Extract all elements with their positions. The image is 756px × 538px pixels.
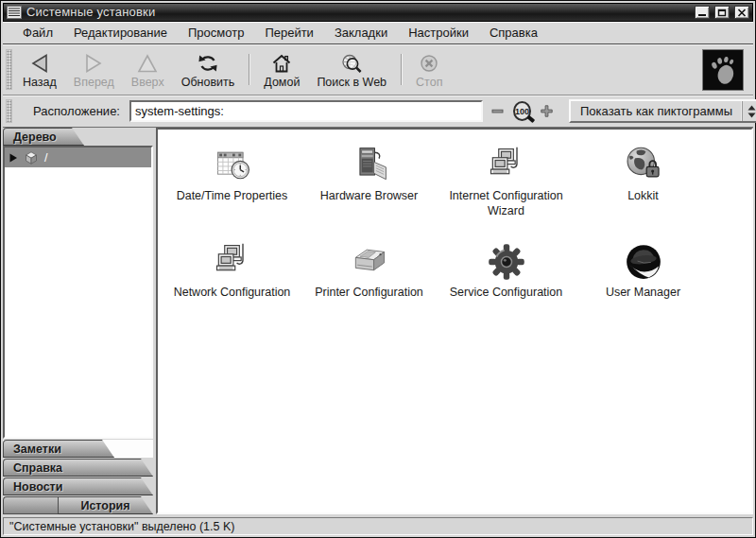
status-text: "Системные установки" выделено (1.5 K) <box>9 520 234 533</box>
sidebar-bottom-tabs: ЗаметкиСправкаНовостиИстория <box>3 439 153 514</box>
sidebar-tab[interactable]: История <box>58 496 153 514</box>
toolbar-button[interactable]: Домой <box>255 46 308 93</box>
sidebar-tab-row: История <box>3 496 153 514</box>
zoom-in-button[interactable] <box>538 104 556 118</box>
tree-panel: / <box>3 146 153 439</box>
sidebar-tab-row: Заметки <box>3 440 153 458</box>
search-web-icon <box>339 53 364 74</box>
desktop-icon-label: Lokkit <box>627 189 659 204</box>
toolbar-button[interactable]: Обновить <box>173 46 244 93</box>
desktop-icon-label: Hardware Browser <box>320 189 419 204</box>
location-bar-grip[interactable] <box>6 99 12 123</box>
toolbar-button-label: Назад <box>23 76 57 89</box>
desktop-icon[interactable]: Lokkit <box>575 137 712 218</box>
forward-icon <box>81 53 106 74</box>
toolbar-separator <box>249 54 249 85</box>
up-icon <box>135 53 160 74</box>
expander-icon <box>9 153 18 163</box>
menu-item[interactable]: Перейти <box>254 23 324 43</box>
menu-item[interactable]: Настройки <box>398 23 479 43</box>
menu-item[interactable]: Просмотр <box>178 23 254 43</box>
maximize-icon <box>717 9 727 17</box>
desktop-icon[interactable]: Internet Configuration Wizard <box>438 137 575 218</box>
globe-lock-icon <box>623 145 664 186</box>
toolbar-button-label: Поиск в Web <box>317 76 387 89</box>
zoom-level-indicator[interactable]: 100 <box>513 101 531 121</box>
desktop-icon[interactable]: Service Configuration <box>438 234 575 301</box>
toolbar-button[interactable]: Поиск в Web <box>308 46 395 93</box>
hardware-browser-icon <box>349 145 390 186</box>
minimize-button[interactable] <box>695 6 710 19</box>
desktop-icon-image <box>623 235 664 283</box>
sidebar-tab[interactable]: Заметки <box>3 440 114 458</box>
menu-item[interactable]: Файл <box>12 23 63 43</box>
icon-grid: Date/Time PropertiesHardware BrowserInte… <box>163 137 751 301</box>
zoom-level-value: 100 <box>515 107 529 116</box>
toolbar: НазадВпередВверхОбновитьДомойПоиск в Web… <box>3 44 753 95</box>
stop-icon <box>418 53 440 74</box>
toolbar-button[interactable]: Вперед <box>65 46 123 93</box>
toolbar-separator <box>401 54 402 85</box>
window-menu-icon[interactable] <box>7 6 22 19</box>
toolbar-button[interactable]: Стоп <box>407 46 451 93</box>
tree-item[interactable]: / <box>5 148 151 167</box>
close-button[interactable] <box>734 6 749 19</box>
back-icon <box>27 53 52 74</box>
desktop-icon-image <box>486 235 527 283</box>
desktop-icon-image <box>349 139 390 186</box>
toolbar-button-label: Вперед <box>74 76 114 89</box>
view-mode-dropdown[interactable]: Показать как пиктограммы <box>569 99 756 123</box>
zoom-in-icon <box>540 104 554 118</box>
network-config-icon <box>212 241 253 283</box>
desktop-icon[interactable]: Printer Configuration <box>301 234 438 301</box>
redhat-icon <box>623 241 664 283</box>
desktop-icon[interactable]: Hardware Browser <box>301 137 438 218</box>
toolbar-button-label: Обновить <box>181 76 235 89</box>
location-input[interactable] <box>129 100 483 122</box>
desktop-icon-label: Printer Configuration <box>315 286 423 301</box>
menu-item[interactable]: Редактирование <box>63 23 178 43</box>
content-area: Дерево / ЗаметкиСправкаНовостиИстория Da… <box>3 128 753 514</box>
internet-wizard-icon <box>486 145 527 186</box>
desktop-icon[interactable]: Date/Time Properties <box>163 137 301 218</box>
toolbar-button-label: Домой <box>264 76 300 89</box>
close-icon <box>737 9 747 17</box>
desktop-icon-label: Service Configuration <box>450 286 563 301</box>
title-bar: Системные установки <box>3 3 753 22</box>
datetime-icon <box>212 145 253 186</box>
maximize-button[interactable] <box>714 6 730 19</box>
sidebar: Дерево / ЗаметкиСправкаНовостиИстория <box>3 128 153 514</box>
desktop-icon[interactable]: Network Configuration <box>163 234 301 301</box>
desktop-icon-label: Date/Time Properties <box>177 189 288 204</box>
sidebar-tab[interactable]: Справка <box>3 459 153 477</box>
drive-icon <box>24 150 39 165</box>
zoom-out-button[interactable] <box>489 104 507 118</box>
sidebar-tab-tree[interactable]: Дерево <box>3 128 84 146</box>
tree-item-label: / <box>44 151 47 165</box>
toolbar-button-label: Вверх <box>131 76 164 89</box>
desktop-icon-image <box>623 139 664 186</box>
desktop-icon-label: Network Configuration <box>174 286 291 301</box>
gear-icon <box>486 241 527 283</box>
toolbar-grip[interactable] <box>6 49 12 90</box>
toolbar-button[interactable]: Назад <box>14 46 65 93</box>
desktop-icon[interactable]: User Manager <box>575 234 712 301</box>
desktop-icon-image <box>212 235 253 283</box>
toolbar-button[interactable]: Вверх <box>123 46 173 93</box>
menu-bar: ФайлРедактированиеПросмотрПерейтиЗакладк… <box>3 22 753 44</box>
window-title: Системные установки <box>26 4 690 21</box>
location-bar: Расположение: 100 Показать как пиктограм… <box>3 95 753 128</box>
minimize-icon <box>697 9 707 17</box>
home-icon <box>270 53 293 74</box>
menu-item[interactable]: Закладки <box>324 23 398 43</box>
menu-item[interactable]: Справка <box>479 23 548 43</box>
desktop-icon-image <box>212 139 253 186</box>
zoom-out-icon <box>490 104 505 118</box>
sidebar-tab-row: Справка <box>3 459 153 477</box>
spinner-arrows-icon <box>742 101 756 121</box>
sidebar-tab[interactable]: Новости <box>3 477 153 495</box>
tree-tab-row: Дерево <box>3 128 153 146</box>
gnome-foot-icon <box>702 49 744 91</box>
desktop-icon-label: User Manager <box>606 286 680 301</box>
icon-view-panel: Date/Time PropertiesHardware BrowserInte… <box>156 128 753 514</box>
